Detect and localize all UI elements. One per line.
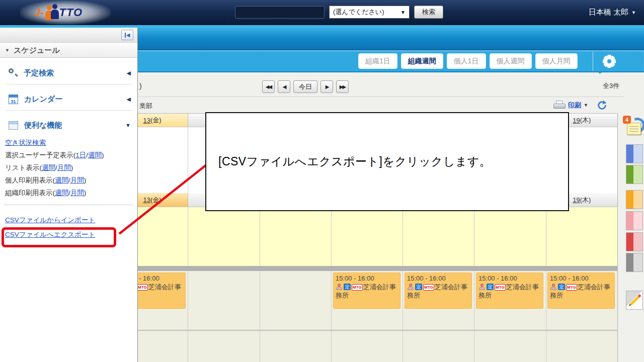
view-buttons: 組織1日 組織週間 個人1日 個人週間 個人月間 xyxy=(358,53,578,69)
day-cell[interactable] xyxy=(546,207,617,266)
csv-import-link-row: CSVファイルからインポート xyxy=(5,216,95,225)
mtg-badge: MTG xyxy=(495,284,506,291)
logo-text-prefix: J- xyxy=(34,6,44,19)
sidebar-item-schedule-search[interactable]: 予定検索 ◀ xyxy=(0,64,137,81)
feature-links: 空き状況検索 選択ユーザー予定表示(1日/週間) リスト表示(週間/月間) 個人… xyxy=(5,136,135,199)
selected-user-day-link[interactable]: 1日 xyxy=(75,151,86,159)
event-block[interactable]: 15:00 - 16:00 定MTG芝浦会計事務所 xyxy=(405,273,472,309)
event-time: 15:00 - 16:00 xyxy=(336,274,398,283)
refresh-button[interactable] xyxy=(597,100,607,110)
day-cell[interactable] xyxy=(403,207,474,266)
edit-pencil-icon[interactable] xyxy=(626,291,643,310)
fixed-badge: 定 xyxy=(487,284,494,290)
jmotto-schedule-screen: J- TTO (選んでください) ▼ 検索 日本橋 太郎 ▼ A 5 xyxy=(0,0,644,362)
event-block[interactable]: 15:00 - 16:00 定MTG芝浦会計事務所 xyxy=(547,273,615,309)
selected-user-week-link[interactable]: 週間 xyxy=(88,151,102,159)
event-block[interactable]: 15:00 - 16:00 定MTG芝浦会計事務所 xyxy=(476,273,543,309)
personal-print-month-link[interactable]: 月間 xyxy=(70,176,84,184)
mtg-badge: MTG xyxy=(423,284,434,291)
user-name: 日本橋 太郎 xyxy=(589,8,628,17)
menu-separator xyxy=(5,84,132,84)
attendee-icon xyxy=(336,284,343,290)
attendee-icon xyxy=(478,284,486,290)
calendar-nav-buttons: ◀◀ ◀ 今日 ▶ ▶▶ xyxy=(262,80,349,93)
link-row: 個人印刷用表示(週間/月間) xyxy=(5,174,135,187)
sidebar-item-calendar[interactable]: 31 カレンダー ◀ xyxy=(0,90,137,108)
schedule-sidebar: ◀ ▼ スケジュール 予定検索 ◀ 31 カレンダー ◀ 便利な機能 ▼ 空き状… xyxy=(0,28,138,362)
search-icon xyxy=(9,68,18,77)
group-name-partial-text: 業部 xyxy=(139,102,152,111)
day-cell[interactable] xyxy=(474,207,546,266)
total-count-label: 全3件 xyxy=(603,81,619,90)
color-filter-pink[interactable] xyxy=(626,211,643,230)
logo-person-navy-icon xyxy=(51,4,59,21)
day-cell[interactable] xyxy=(332,207,403,266)
nav-prev-button[interactable]: ◀ xyxy=(278,80,290,93)
nav-today-button[interactable]: 今日 xyxy=(293,80,317,93)
day-cell[interactable] xyxy=(188,207,260,266)
link-row: 選択ユーザー予定表示(1日/週間) xyxy=(5,149,135,161)
personal-print-week-link[interactable]: 週間 xyxy=(55,176,68,184)
search-button[interactable]: 検索 xyxy=(414,6,443,19)
print-button[interactable]: 印刷 xyxy=(568,101,581,110)
day-cell[interactable] xyxy=(188,271,260,362)
view-personal-week-button[interactable]: 個人週間 xyxy=(490,53,532,69)
sidebar-collapse-button[interactable]: ◀ xyxy=(121,30,133,40)
date-link[interactable]: 13 xyxy=(143,196,150,204)
toolbar-separator xyxy=(593,52,593,71)
chevron-left-icon: ◀ xyxy=(127,70,131,76)
instruction-callout: [CSVファイルへエクスポート]をクリックします。 xyxy=(205,112,569,211)
list-view-week-link[interactable]: 週間 xyxy=(42,164,55,171)
org-print-month-link[interactable]: 月間 xyxy=(70,189,84,197)
day-cell[interactable] xyxy=(260,207,332,266)
user-menu[interactable]: 日本橋 太郎 ▼ xyxy=(589,8,636,17)
color-filter-blue[interactable] xyxy=(626,144,643,163)
view-org-week-button[interactable]: 組織週間 xyxy=(401,53,443,69)
callout-text: [CSVファイルへエクスポート]をクリックします。 xyxy=(218,154,491,169)
view-org-day-button[interactable]: 組織1日 xyxy=(358,53,397,69)
fixed-badge: 定 xyxy=(558,284,565,290)
color-filter-red[interactable] xyxy=(626,232,643,251)
sidebar-section-schedule[interactable]: ▼ スケジュール xyxy=(0,43,137,58)
attendee-icon xyxy=(407,284,414,290)
event-block[interactable]: 15:00 - 16:00 定MTG芝浦会計事務所 xyxy=(333,273,400,309)
link-row: 組織印刷用表示(週間/月間) xyxy=(5,187,135,199)
csv-export-link[interactable]: CSVファイルへエクスポート xyxy=(5,231,95,238)
memo-icon[interactable]: 4 xyxy=(626,119,644,137)
csv-import-link[interactable]: CSVファイルからインポート xyxy=(5,216,95,224)
weekday-label: (木) xyxy=(580,196,591,205)
date-link[interactable]: 13 xyxy=(143,117,150,124)
settings-gear-button[interactable] xyxy=(600,53,619,70)
link-row: リスト表示(週間/月間) xyxy=(5,161,135,174)
color-filter-gray[interactable] xyxy=(626,253,643,272)
list-view-month-link[interactable]: 月間 xyxy=(57,164,71,171)
view-personal-day-button[interactable]: 個人1日 xyxy=(447,53,486,69)
member-row-2 xyxy=(117,207,617,266)
sidebar-item-useful-functions[interactable]: 便利な機能 ▼ xyxy=(0,117,137,134)
date-range-partial-text: ) xyxy=(139,82,142,90)
global-search-input[interactable] xyxy=(235,6,325,19)
color-filter-green[interactable] xyxy=(626,165,643,184)
nav-first-button[interactable]: ◀◀ xyxy=(262,80,275,93)
day-cell[interactable] xyxy=(260,271,332,362)
nav-last-button[interactable]: ▶▶ xyxy=(336,80,349,93)
mtg-badge: MTG xyxy=(566,284,577,291)
org-print-week-link[interactable]: 週間 xyxy=(55,189,68,197)
nav-next-button[interactable]: ▶ xyxy=(320,80,333,93)
link-row: 空き状況検索 xyxy=(5,136,135,149)
logo-text-suffix: TTO xyxy=(59,6,83,19)
csv-export-link-row: CSVファイルへエクスポート xyxy=(5,230,95,239)
chevron-down-icon: ▼ xyxy=(125,122,131,128)
chevron-left-icon: ◀ xyxy=(127,96,131,103)
view-personal-month-button[interactable]: 個人月間 xyxy=(535,53,578,69)
color-filter-orange[interactable] xyxy=(626,190,643,209)
calendar-icon: 31 xyxy=(9,95,18,104)
dotted-separator xyxy=(4,205,133,205)
print-dropdown-arrow[interactable]: ▼ xyxy=(584,103,588,108)
vacancy-search-link[interactable]: 空き状況検索 xyxy=(5,139,46,146)
date-link[interactable]: 19 xyxy=(573,196,580,204)
sidebar-top-strip: ◀ xyxy=(0,28,137,43)
divider-line xyxy=(138,97,624,97)
date-link[interactable]: 19 xyxy=(573,117,580,124)
search-target-dropdown[interactable]: (選んでください) ▼ xyxy=(329,6,410,19)
